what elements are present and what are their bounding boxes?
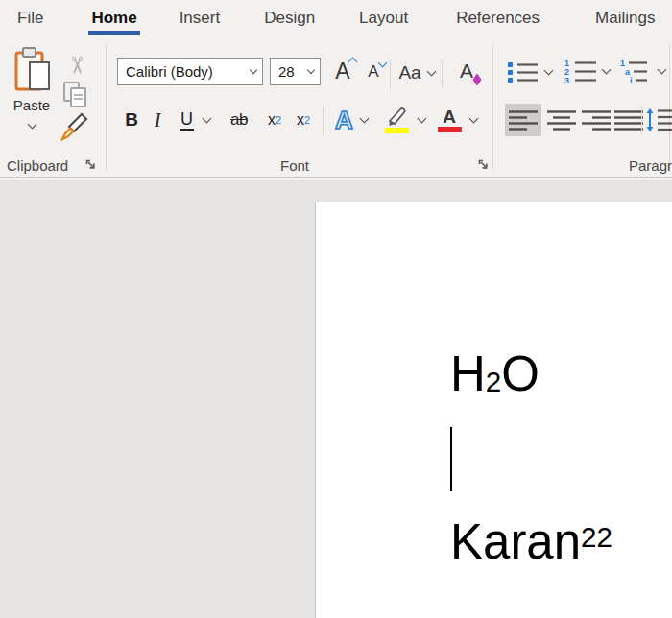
multilevel-list-icon: 1 a i (620, 59, 652, 83)
align-center-button[interactable] (543, 104, 580, 136)
highlight-color-swatch (385, 128, 409, 133)
align-center-icon (547, 110, 576, 131)
font-size-chevron-icon (307, 65, 315, 73)
ribbon-tab-bar: File Home Insert Design Layout Reference… (0, 0, 672, 36)
highlight-chevron-icon[interactable] (417, 113, 426, 123)
font-color-chevron-icon[interactable] (468, 113, 478, 123)
paragraph-group-label: Paragraph (629, 157, 672, 174)
divider (323, 106, 324, 134)
font-color-button[interactable]: A (432, 104, 482, 136)
karan-superscript: 22 (581, 521, 612, 553)
h2o-base-h: H (450, 346, 486, 401)
shrink-font-caret-icon (378, 59, 388, 68)
multilevel-chevron-icon[interactable] (657, 64, 666, 74)
karan-base: Karan (450, 514, 581, 569)
tab-layout[interactable]: Layout (356, 0, 411, 36)
divider (390, 59, 391, 88)
clipboard-dialog-launcher[interactable] (84, 157, 97, 171)
font-size-value: 28 (278, 63, 295, 80)
cut-button[interactable]: ✂ (63, 52, 90, 79)
bold-button[interactable]: B (119, 104, 144, 136)
copy-button[interactable] (61, 81, 90, 109)
tab-references[interactable]: References (453, 0, 542, 36)
shrink-font-button[interactable]: A (359, 58, 388, 86)
italic-button[interactable]: I (147, 104, 168, 136)
document-page[interactable]: H2O Karan22 (315, 202, 672, 618)
line-spacing-icon (646, 108, 672, 131)
clipboard-group-label: Clipboard (7, 157, 68, 174)
highlighter-pen-icon (384, 107, 410, 127)
text-effects-icon: A (335, 107, 353, 132)
tab-design[interactable]: Design (261, 0, 318, 36)
eraser-icon (472, 73, 481, 85)
divider (641, 106, 642, 134)
dialog-launcher-icon (84, 157, 97, 171)
copy-icon (62, 81, 89, 109)
h2o-subscript: 2 (486, 366, 501, 397)
bullet-list-icon (508, 61, 538, 83)
tab-insert[interactable]: Insert (177, 0, 224, 36)
document-canvas: H2O Karan22 (0, 180, 672, 618)
home-ribbon: Paste ✂ Clipboard (0, 36, 672, 178)
subscript-button[interactable]: x2 (261, 104, 288, 136)
clear-formatting-glyph: A (460, 59, 473, 83)
text-highlight-button[interactable] (378, 104, 430, 136)
font-name-value: Calibri (Body) (126, 63, 213, 80)
superscript-base-glyph: x (297, 111, 304, 129)
svg-text:3: 3 (564, 76, 569, 83)
align-left-icon (509, 110, 538, 131)
align-right-icon (582, 110, 611, 131)
tab-file[interactable]: File (14, 0, 46, 36)
paste-label: Paste (13, 97, 50, 113)
grow-font-button[interactable]: A (327, 56, 358, 86)
text-cursor (450, 427, 452, 491)
divider (442, 59, 443, 88)
group-divider (106, 43, 107, 172)
format-painter-button[interactable] (60, 111, 90, 142)
paragraph-karan[interactable]: Karan22 (450, 517, 612, 566)
font-color-swatch (438, 127, 462, 132)
clear-formatting-button[interactable]: A (449, 56, 484, 86)
font-name-chevron-icon (250, 65, 257, 73)
clipboard-paste-icon (12, 46, 51, 94)
numbered-list-icon: 1 2 3 (564, 59, 596, 83)
underline-chevron-icon[interactable] (203, 113, 212, 123)
font-size-select[interactable]: 28 (270, 58, 321, 85)
underline-glyph: U (180, 109, 194, 131)
h2o-base-o: O (501, 346, 540, 401)
group-divider (492, 43, 493, 172)
text-effects-chevron-icon[interactable] (359, 113, 369, 123)
font-group-label: Font (108, 157, 482, 174)
font-color-glyph: A (443, 107, 456, 126)
strikethrough-button[interactable]: ab (223, 104, 255, 136)
change-case-chevron-icon (426, 66, 436, 76)
paste-dropdown-chevron-icon[interactable] (27, 120, 36, 130)
change-case-button[interactable]: Aa (395, 59, 439, 86)
superscript-button[interactable]: x2 (290, 104, 317, 136)
scissors-icon: ✂ (65, 56, 88, 75)
dialog-launcher-icon (476, 157, 490, 171)
svg-text:i: i (630, 76, 633, 83)
numbering-chevron-icon[interactable] (601, 64, 611, 74)
align-left-button[interactable] (505, 104, 541, 136)
format-painter-icon (60, 112, 89, 141)
multilevel-list-button[interactable]: 1 a i (614, 56, 670, 86)
word-window: File Home Insert Design Layout Reference… (0, 0, 672, 618)
justify-icon (614, 110, 643, 131)
subscript-base-glyph: x (268, 111, 276, 129)
font-dialog-launcher[interactable] (476, 157, 490, 171)
text-effects-button[interactable]: A (327, 104, 375, 136)
subscript-mark-glyph: 2 (276, 114, 281, 126)
underline-button[interactable]: U (173, 104, 217, 136)
tab-home[interactable]: Home (88, 0, 139, 36)
paste-button[interactable]: Paste (6, 46, 58, 142)
align-right-button[interactable] (578, 104, 614, 136)
bullets-chevron-icon[interactable] (544, 65, 554, 75)
tab-mailings[interactable]: Mailings (592, 0, 658, 36)
shrink-font-glyph: A (368, 62, 378, 82)
paragraph-h2o[interactable]: H2O (450, 349, 540, 398)
font-name-select[interactable]: Calibri (Body) (117, 58, 263, 85)
bullets-button[interactable] (503, 58, 557, 86)
line-spacing-button[interactable] (645, 104, 672, 136)
numbering-button[interactable]: 1 2 3 (559, 56, 614, 86)
